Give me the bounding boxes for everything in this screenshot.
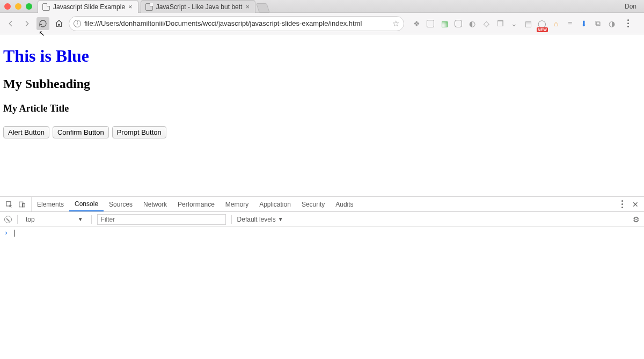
console-settings-icon[interactable]: ⚙ [633,215,640,224]
devtools-tab-elements[interactable]: Elements [32,197,69,211]
page-heading-3: My Article Title [3,103,641,114]
devtools-leading-controls [0,197,32,211]
devtools-close-button[interactable]: ✕ [632,200,639,209]
page-heading-1: This is Blue [3,46,641,66]
extension-icon-14[interactable]: ⧉ [593,19,603,28]
console-filter-input[interactable] [97,214,226,225]
context-selector[interactable]: top ▼ [23,214,86,225]
extension-icon-3[interactable]: ▦ [440,19,449,28]
chevron-down-icon: ▼ [278,216,283,222]
home-button[interactable] [53,17,65,30]
extension-icon-6[interactable]: ◇ [481,19,491,28]
devtools-tab-application[interactable]: Application [254,197,296,211]
window-zoom-button[interactable] [26,3,32,10]
alert-button[interactable]: Alert Button [3,126,49,138]
extension-icons: ❖ ▦ ◐ ◇ ❒ ⌄ ▤ ◯ ⌂ ≡ ⬇ ⧉ ◑ [412,19,617,28]
console-toolbar: top ▼ Default levels ▼ ⚙ [0,212,644,227]
browser-tab-1[interactable]: Javascript Slide Example × [38,0,138,13]
console-output[interactable]: › [0,227,644,359]
clear-console-icon[interactable] [4,216,12,223]
extension-icon-1[interactable]: ❖ [412,19,421,28]
tab-close-icon[interactable]: × [245,3,250,11]
extension-icon-8[interactable]: ⌄ [509,19,519,28]
separator [231,215,232,224]
log-levels-selector[interactable]: Default levels ▼ [237,216,283,223]
extension-icon-12[interactable]: ≡ [565,19,575,28]
devtools-menu-button[interactable] [617,200,627,208]
devtools-tab-audits[interactable]: Audits [330,197,358,211]
confirm-button[interactable]: Confirm Button [53,126,109,138]
extension-icon-15[interactable]: ◑ [607,19,617,28]
tab-title: Javascript Slide Example [53,3,125,11]
bookmark-star-icon[interactable]: ☆ [392,19,399,28]
levels-label: Default levels [237,216,276,223]
page-heading-2: My Subheading [3,77,641,91]
tab-strip: Javascript Slide Example × JavaScript - … [38,0,268,13]
devtools-tab-security[interactable]: Security [296,197,330,211]
new-tab-button[interactable] [256,3,270,13]
devtools-tab-sources[interactable]: Sources [104,197,138,211]
devtools-tab-performance[interactable]: Performance [172,197,220,211]
window-minimize-button[interactable] [15,3,21,10]
console-prompt-caret: › [4,229,8,237]
profile-name[interactable]: Don [625,3,640,10]
tab-close-icon[interactable]: × [128,3,133,11]
chevron-down-icon: ▼ [78,216,83,222]
page-viewport: This is Blue My Subheading My Article Ti… [0,34,644,196]
text-cursor [14,230,14,237]
extension-icon-5[interactable]: ◐ [467,19,477,28]
browser-menu-button[interactable] [623,19,633,27]
page-button-row: Alert Button Confirm Button Prompt Butto… [3,126,641,138]
page-icon [145,3,153,11]
page-icon [42,3,50,11]
devtools-tab-console[interactable]: Console [69,197,104,211]
context-label: top [26,216,35,223]
inspect-element-icon[interactable] [5,201,13,208]
extension-icon-4[interactable] [453,19,463,28]
address-bar[interactable]: i file:///Users/donhamiltoniii/Documents… [69,16,404,31]
prompt-button[interactable]: Prompt Button [112,126,166,138]
separator [17,215,18,224]
browser-tab-2[interactable]: JavaScript - Like Java but bett × [141,0,255,13]
back-button[interactable] [4,17,17,30]
extension-icon-10[interactable]: ◯ [537,19,547,28]
window-titlebar: Javascript Slide Example × JavaScript - … [0,0,644,13]
devtools-tab-memory[interactable]: Memory [220,197,254,211]
devtools-panel: Elements Console Sources Network Perform… [0,196,644,359]
extension-icon-13[interactable]: ⬇ [579,19,589,28]
site-info-icon[interactable]: i [74,20,81,27]
devtools-tabstrip: Elements Console Sources Network Perform… [0,197,644,212]
device-toolbar-icon[interactable] [18,201,26,208]
window-traffic-lights [4,3,32,10]
tab-title: JavaScript - Like Java but bett [156,3,243,11]
extension-icon-9[interactable]: ▤ [523,19,533,28]
window-close-button[interactable] [4,3,11,10]
devtools-tab-network[interactable]: Network [138,197,172,211]
url-text: file:///Users/donhamiltoniii/Documents/w… [84,19,389,27]
reload-button[interactable] [36,17,49,30]
separator [91,215,92,224]
extension-icon-11[interactable]: ⌂ [551,19,561,28]
forward-button[interactable] [20,17,33,30]
extension-icon-2[interactable] [426,19,435,28]
extension-icon-7[interactable]: ❒ [495,19,505,28]
browser-toolbar: i file:///Users/donhamiltoniii/Documents… [0,13,644,34]
